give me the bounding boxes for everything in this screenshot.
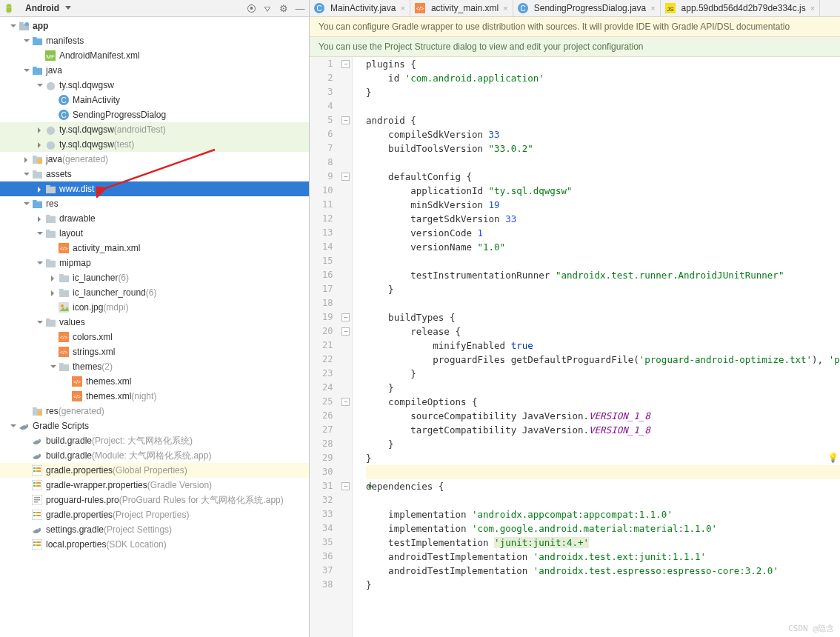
code-line[interactable]: id 'com.android.application' [366, 71, 840, 85]
chevron-right-icon[interactable] [34, 139, 44, 150]
tree-row[interactable]: settings.gradle (Project Settings) [0, 522, 309, 537]
chevron-right-icon[interactable] [34, 213, 44, 224]
editor-content[interactable]: plugins { id 'com.android.application'}a… [353, 57, 840, 637]
code-line[interactable]: androidTestImplementation 'androidx.test… [366, 550, 840, 564]
code-line[interactable]: buildToolsVersion "33.0.2" [366, 141, 840, 156]
fold-icon[interactable]: − [341, 327, 350, 336]
chevron-right-icon[interactable] [47, 287, 58, 298]
tree-row[interactable]: ic_launcher (6) [0, 270, 309, 285]
code-line[interactable] [366, 465, 840, 479]
editor-tab[interactable]: CSendingProgressDialog.java× [513, 0, 661, 16]
chevron-right-icon[interactable] [21, 154, 31, 164]
code-line[interactable]: versionName "1.0" [366, 240, 840, 254]
code-line[interactable]: release { [366, 324, 840, 338]
tree-row[interactable]: </>themes.xml [0, 374, 309, 389]
fold-icon[interactable]: − [341, 173, 350, 181]
code-line[interactable]: dependencies { [366, 479, 840, 493]
chevron-down-icon[interactable] [7, 21, 18, 31]
code-line[interactable]: targetSdkVersion 33 [366, 212, 840, 226]
gear-icon[interactable]: ⚙ [278, 2, 290, 14]
code-line[interactable]: defaultConfig { [366, 170, 840, 184]
code-line[interactable]: testInstrumentationRunner "androidx.test… [366, 268, 840, 282]
code-line[interactable]: } [366, 437, 840, 451]
tree-row[interactable]: Gradle Scripts [0, 418, 309, 433]
tree-row[interactable]: gradle.properties (Project Properties) [0, 507, 309, 522]
tree-row[interactable]: build.gradle (Module: 大气网格化系统.app) [0, 448, 309, 463]
code-line[interactable]: compileSdkVersion 33 [366, 127, 840, 141]
tree-row[interactable]: java [0, 63, 309, 78]
tree-row[interactable]: </>strings.xml [0, 344, 309, 359]
code-line[interactable]: testImplementation 'junit:junit:4.+' [366, 536, 840, 550]
minimize-icon[interactable]: — [294, 2, 306, 14]
code-line[interactable]: }💡 [366, 451, 840, 465]
editor-tab[interactable]: CMainActivity.java× [310, 0, 410, 16]
fold-icon[interactable]: − [341, 60, 350, 68]
code-line[interactable]: buildTypes { [366, 310, 840, 324]
tree-row[interactable]: themes (2) [0, 359, 309, 374]
tree-row[interactable]: proguard-rules.pro (ProGuard Rules for 大… [0, 493, 309, 507]
code-editor[interactable]: 1234567891011121314151617181920212223242… [310, 57, 840, 637]
code-line[interactable]: } [366, 367, 840, 381]
tree-row[interactable]: gradle.properties (Global Properties) [0, 463, 309, 478]
tree-row[interactable]: values [0, 315, 309, 330]
tree-row[interactable]: ic_launcher_round (6) [0, 285, 309, 300]
code-line[interactable]: targetCompatibility JavaVersion.VERSION_… [366, 423, 840, 437]
close-icon[interactable]: × [810, 4, 815, 13]
fold-icon[interactable]: − [341, 398, 350, 406]
chevron-right-icon[interactable] [47, 273, 58, 283]
tree-row[interactable]: java (generated) [0, 152, 309, 167]
code-line[interactable] [366, 99, 840, 113]
tree-row[interactable]: ty.sql.dqwgsw (test) [0, 137, 309, 152]
intention-bulb-icon[interactable]: 💡 [827, 451, 839, 465]
tree-row[interactable]: app [0, 19, 309, 33]
tree-row[interactable]: </>themes.xml (night) [0, 389, 309, 404]
chevron-down-icon[interactable] [34, 258, 44, 268]
tree-row[interactable]: MFAndroidManifest.xml [0, 48, 309, 63]
chevron-down-icon[interactable] [21, 65, 31, 76]
chevron-down-icon[interactable] [21, 199, 31, 209]
tree-row[interactable]: www.dist [0, 181, 309, 196]
code-line[interactable]: versionCode 1 [366, 226, 840, 240]
chevron-down-icon[interactable] [21, 36, 31, 46]
code-line[interactable]: implementation 'com.google.android.mater… [366, 521, 840, 536]
code-line[interactable]: compileOptions { [366, 395, 840, 409]
tree-row[interactable]: assets [0, 167, 309, 181]
tree-row[interactable]: local.properties (SDK Location) [0, 537, 309, 552]
code-line[interactable] [366, 493, 840, 507]
code-line[interactable]: minSdkVersion 19 [366, 198, 840, 212]
tree-row[interactable]: ty.sql.dqwgsw (androidTest) [0, 122, 309, 137]
chevron-down-icon[interactable] [47, 361, 58, 372]
close-icon[interactable]: × [503, 4, 507, 13]
code-line[interactable] [366, 296, 840, 310]
gradle-wrapper-banner[interactable]: You can configure Gradle wrapper to use … [310, 17, 840, 37]
tree-row[interactable]: CMainActivity [0, 93, 309, 107]
chevron-down-icon[interactable] [7, 421, 18, 431]
project-structure-banner[interactable]: You can use the Project Structure dialog… [310, 37, 840, 57]
code-line[interactable]: } [366, 578, 840, 592]
tree-row[interactable]: drawable [0, 211, 309, 226]
chevron-down-icon[interactable] [34, 80, 44, 90]
project-tree[interactable]: appmanifestsMFAndroidManifest.xmljavaty.… [0, 17, 309, 637]
code-line[interactable]: applicationId "ty.sql.dqwgsw" [366, 184, 840, 198]
code-line[interactable]: } [366, 381, 840, 395]
code-line[interactable]: } [366, 282, 840, 296]
close-icon[interactable]: × [400, 4, 404, 13]
view-title[interactable]: Android [22, 3, 59, 13]
editor-tab[interactable]: </>activity_main.xml× [410, 0, 513, 16]
fold-icon[interactable]: − [341, 313, 350, 321]
code-line[interactable]: } [366, 85, 840, 99]
tree-row[interactable]: </>colors.xml [0, 330, 309, 344]
tree-row[interactable]: mipmap [0, 256, 309, 270]
chevron-down-icon[interactable] [21, 169, 31, 179]
code-line[interactable]: androidTestImplementation 'androidx.test… [366, 564, 840, 578]
editor-tab[interactable]: JSapp.59dbd56d4d2b79de334c.js× [661, 0, 821, 16]
tree-row[interactable]: </>activity_main.xml [0, 241, 309, 256]
tree-row[interactable]: res (generated) [0, 404, 309, 418]
code-line[interactable]: proguardFiles getDefaultProguardFile('pr… [366, 353, 840, 367]
code-line[interactable]: android { [366, 113, 840, 127]
code-line[interactable]: minifyEnabled true [366, 338, 840, 353]
chevron-down-icon[interactable] [34, 228, 44, 239]
tree-row[interactable]: res [0, 196, 309, 211]
tree-row[interactable]: icon.jpg (mdpi) [0, 300, 309, 315]
close-icon[interactable]: × [650, 4, 655, 13]
